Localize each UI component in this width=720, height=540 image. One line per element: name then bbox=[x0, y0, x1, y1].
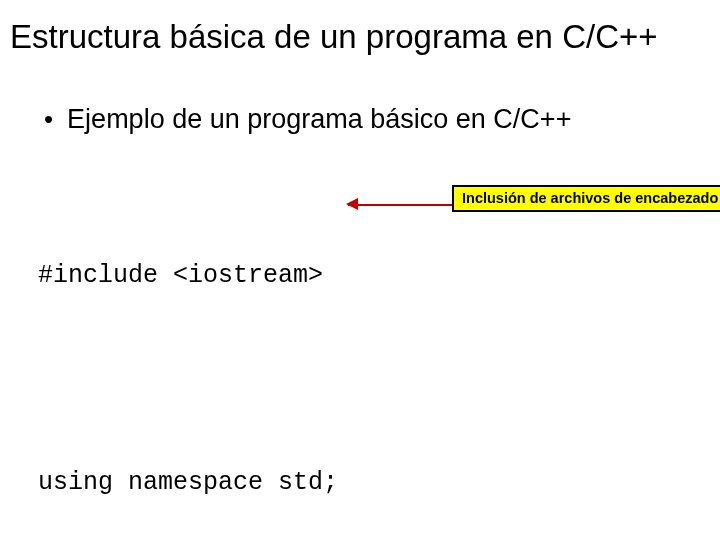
bullet-item: • Ejemplo de un programa básico en C/C++ bbox=[44, 104, 571, 135]
code-line-using: using namespace std; bbox=[38, 466, 696, 501]
bullet-text: Ejemplo de un programa básico en C/C++ bbox=[67, 104, 571, 135]
code-block: #include <iostream> using namespace std;… bbox=[38, 190, 696, 540]
slide: Estructura básica de un programa en C/C+… bbox=[0, 0, 720, 540]
code-line-include: #include <iostream> bbox=[38, 259, 696, 294]
bullet-dot-icon: • bbox=[44, 106, 53, 132]
code-line-blank1 bbox=[38, 363, 696, 398]
slide-title: Estructura básica de un programa en C/C+… bbox=[10, 18, 710, 56]
inclusion-callout: Inclusión de archivos de encabezado bbox=[452, 185, 720, 212]
